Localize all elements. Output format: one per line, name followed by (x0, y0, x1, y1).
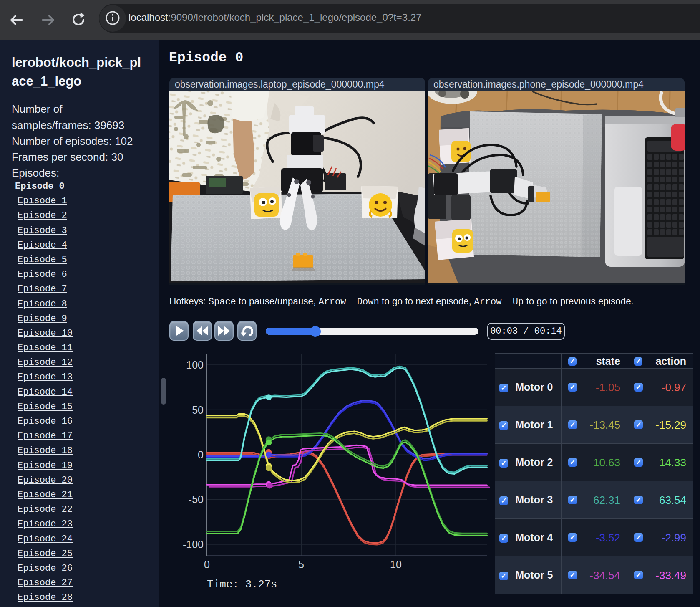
svg-text:10: 10 (390, 559, 402, 570)
svg-text:0: 0 (198, 449, 204, 460)
svg-text:-100: -100 (183, 539, 204, 550)
svg-text:5: 5 (298, 559, 304, 570)
svg-text:50: 50 (192, 404, 204, 416)
svg-text:-50: -50 (189, 493, 204, 505)
svg-text:100: 100 (186, 359, 204, 371)
svg-text:0: 0 (204, 559, 210, 570)
